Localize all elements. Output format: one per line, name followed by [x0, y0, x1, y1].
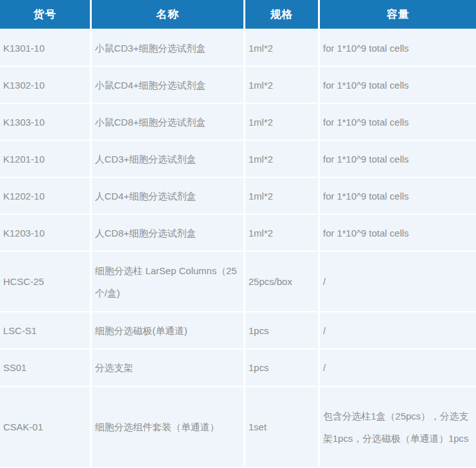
cell-spec: 1ml*2	[245, 67, 320, 104]
cell-spec: 1pcs	[245, 349, 320, 387]
product-table: 货号 名称 规格 容量 K1301-10 小鼠CD3+细胞分选试剂盒 1ml*2…	[0, 0, 476, 468]
cell-spec: 1ml*2	[245, 178, 320, 215]
cell-spec: 1set	[245, 387, 320, 468]
cell-spec: 1ml*2	[245, 141, 320, 178]
cell-capacity: for 1*10^9 total cells	[320, 104, 476, 141]
cell-capacity: for 1*10^9 total cells	[320, 141, 476, 178]
cell-spec: 1ml*2	[245, 104, 320, 141]
cell-capacity: for 1*10^9 total cells	[320, 30, 476, 67]
cell-name: 分选支架	[92, 349, 245, 387]
column-header-spec: 规格	[245, 0, 320, 30]
column-header-sku: 货号	[0, 0, 92, 30]
cell-spec: 1ml*2	[245, 215, 320, 252]
cell-sku: K1202-10	[0, 178, 92, 215]
cell-capacity: for 1*10^9 total cells	[320, 178, 476, 215]
cell-capacity: /	[320, 252, 476, 312]
cell-name: 细胞分选柱 LarSep Columns（25个/盒)	[92, 252, 245, 312]
cell-name: 细胞分选组件套装（单通道）	[92, 387, 245, 468]
cell-name: 小鼠CD3+细胞分选试剂盒	[92, 30, 245, 67]
cell-capacity: for 1*10^9 total cells	[320, 67, 476, 104]
cell-spec: 1ml*2	[245, 30, 320, 67]
cell-name: 人CD3+细胞分选试剂盒	[92, 141, 245, 178]
cell-capacity: for 1*10^9 total cells	[320, 215, 476, 252]
cell-name: 细胞分选磁极(单通道)	[92, 312, 245, 349]
column-header-capacity: 容量	[320, 0, 476, 30]
cell-sku: K1201-10	[0, 141, 92, 178]
cell-capacity: 包含分选柱1盒（25pcs），分选支架1pcs，分选磁极（单通道）1pcs	[320, 387, 476, 468]
column-header-name: 名称	[92, 0, 245, 30]
cell-sku: K1301-10	[0, 30, 92, 67]
cell-sku: K1303-10	[0, 104, 92, 141]
cell-name: 小鼠CD4+细胞分选试剂盒	[92, 67, 245, 104]
cell-spec: 25pcs/box	[245, 252, 320, 312]
cell-sku: K1203-10	[0, 215, 92, 252]
cell-sku: SS01	[0, 349, 92, 387]
cell-sku: HCSC-25	[0, 252, 92, 312]
cell-capacity: /	[320, 312, 476, 349]
cell-sku: K1302-10	[0, 67, 92, 104]
cell-name: 人CD8+细胞分选试剂盒	[92, 215, 245, 252]
cell-name: 人CD4+细胞分选试剂盒	[92, 178, 245, 215]
cell-name: 小鼠CD8+细胞分选试剂盒	[92, 104, 245, 141]
cell-sku: CSAK-01	[0, 387, 92, 468]
cell-spec: 1pcs	[245, 312, 320, 349]
cell-capacity: /	[320, 349, 476, 387]
cell-sku: LSC-S1	[0, 312, 92, 349]
